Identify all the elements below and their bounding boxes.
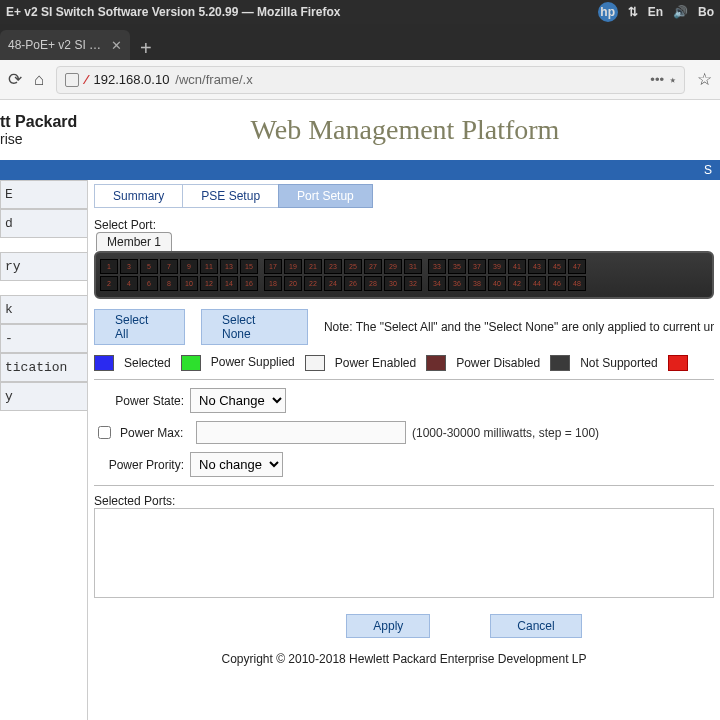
- port-47[interactable]: 47: [568, 259, 586, 274]
- divider: [94, 379, 714, 380]
- row-power-priority: Power Prority: No change: [94, 452, 714, 477]
- port-20[interactable]: 20: [284, 276, 302, 291]
- port-19[interactable]: 19: [284, 259, 302, 274]
- power-max-label: Power Max:: [120, 426, 190, 440]
- page-title: Web Management Platform: [90, 114, 720, 146]
- url-more-icon[interactable]: •••: [650, 72, 664, 87]
- port-1[interactable]: 1: [100, 259, 118, 274]
- port-8[interactable]: 8: [160, 276, 178, 291]
- port-18[interactable]: 18: [264, 276, 282, 291]
- port-9[interactable]: 9: [180, 259, 198, 274]
- sidebar-item[interactable]: k: [0, 295, 87, 324]
- port-17[interactable]: 17: [264, 259, 282, 274]
- selected-ports-area: Selected Ports:: [94, 494, 714, 598]
- power-max-input[interactable]: [196, 421, 406, 444]
- port-23[interactable]: 23: [324, 259, 342, 274]
- system-tray: hp ⇅ En 🔊 Bo: [598, 2, 714, 22]
- port-15[interactable]: 15: [240, 259, 258, 274]
- port-26[interactable]: 26: [344, 276, 362, 291]
- reload-icon[interactable]: ⟳: [8, 69, 22, 90]
- row-power-max: Power Max: (1000-30000 milliwatts, step …: [94, 421, 714, 444]
- port-48[interactable]: 48: [568, 276, 586, 291]
- sidebar-item[interactable]: tication: [0, 353, 87, 382]
- hp-icon: hp: [598, 2, 618, 22]
- page: tt Packard rise Web Management Platform …: [0, 100, 720, 720]
- port-34[interactable]: 34: [428, 276, 446, 291]
- close-icon[interactable]: ✕: [111, 38, 122, 53]
- member-tab[interactable]: Member 1: [96, 232, 172, 251]
- port-16[interactable]: 16: [240, 276, 258, 291]
- port-30[interactable]: 30: [384, 276, 402, 291]
- legend-swatch-red: [668, 355, 688, 371]
- port-27[interactable]: 27: [364, 259, 382, 274]
- browser-tab[interactable]: 48-PoE+ v2 SI Sw ✕: [0, 30, 130, 60]
- port-10[interactable]: 10: [180, 276, 198, 291]
- port-44[interactable]: 44: [528, 276, 546, 291]
- select-all-button[interactable]: Select All: [94, 309, 185, 345]
- port-4[interactable]: 4: [120, 276, 138, 291]
- port-42[interactable]: 42: [508, 276, 526, 291]
- port-2[interactable]: 2: [100, 276, 118, 291]
- volume-icon[interactable]: 🔊: [673, 5, 688, 19]
- port-3[interactable]: 3: [120, 259, 138, 274]
- poe-tabs: Summary PSE Setup Port Setup: [94, 184, 720, 208]
- port-32[interactable]: 32: [404, 276, 422, 291]
- tab-pse-setup[interactable]: PSE Setup: [182, 184, 279, 208]
- main: E d ry k - tication y Summary PSE Setup …: [0, 180, 720, 720]
- url-bar[interactable]: ⁄ 192.168.0.10/wcn/frame/.x ••• ⭑: [56, 66, 685, 94]
- port-5[interactable]: 5: [140, 259, 158, 274]
- port-43[interactable]: 43: [528, 259, 546, 274]
- port-22[interactable]: 22: [304, 276, 322, 291]
- sidebar-item[interactable]: E: [0, 180, 87, 209]
- port-33[interactable]: 33: [428, 259, 446, 274]
- port-40[interactable]: 40: [488, 276, 506, 291]
- port-28[interactable]: 28: [364, 276, 382, 291]
- switch-port-panel: 1234567891011121314151617181920212223242…: [94, 251, 714, 299]
- power-max-checkbox[interactable]: [98, 426, 111, 439]
- port-24[interactable]: 24: [324, 276, 342, 291]
- bluebar-right[interactable]: S: [704, 163, 712, 177]
- apply-button[interactable]: Apply: [346, 614, 430, 638]
- sidebar: E d ry k - tication y: [0, 180, 88, 720]
- action-buttons: Apply Cancel: [208, 614, 720, 638]
- port-6[interactable]: 6: [140, 276, 158, 291]
- url-save-icon[interactable]: ⭑: [670, 72, 676, 88]
- power-state-select[interactable]: No Change: [190, 388, 286, 413]
- port-7[interactable]: 7: [160, 259, 178, 274]
- legend-power-supplied: Power Supplied: [211, 356, 295, 369]
- tab-port-setup[interactable]: Port Setup: [278, 184, 373, 208]
- port-38[interactable]: 38: [468, 276, 486, 291]
- port-25[interactable]: 25: [344, 259, 362, 274]
- selected-ports-label: Selected Ports:: [94, 494, 714, 508]
- select-none-button[interactable]: Select None: [201, 309, 308, 345]
- port-37[interactable]: 37: [468, 259, 486, 274]
- bookmark-icon[interactable]: ☆: [697, 69, 712, 90]
- legend-swatch-disabled: [426, 355, 446, 371]
- new-tab-button[interactable]: +: [130, 37, 162, 60]
- legend-swatch-selected: [94, 355, 114, 371]
- sidebar-item[interactable]: y: [0, 382, 87, 411]
- port-45[interactable]: 45: [548, 259, 566, 274]
- home-icon[interactable]: ⌂: [34, 70, 44, 90]
- port-13[interactable]: 13: [220, 259, 238, 274]
- shield-icon: [65, 73, 79, 87]
- tab-summary[interactable]: Summary: [94, 184, 183, 208]
- port-39[interactable]: 39: [488, 259, 506, 274]
- port-31[interactable]: 31: [404, 259, 422, 274]
- divider: [94, 485, 714, 486]
- sidebar-item[interactable]: -: [0, 324, 87, 353]
- sidebar-item[interactable]: d: [0, 209, 87, 238]
- port-14[interactable]: 14: [220, 276, 238, 291]
- power-priority-select[interactable]: No change: [190, 452, 283, 477]
- port-35[interactable]: 35: [448, 259, 466, 274]
- port-46[interactable]: 46: [548, 276, 566, 291]
- sidebar-item[interactable]: ry: [0, 252, 87, 281]
- port-11[interactable]: 11: [200, 259, 218, 274]
- port-36[interactable]: 36: [448, 276, 466, 291]
- port-21[interactable]: 21: [304, 259, 322, 274]
- port-29[interactable]: 29: [384, 259, 402, 274]
- port-41[interactable]: 41: [508, 259, 526, 274]
- port-12[interactable]: 12: [200, 276, 218, 291]
- cancel-button[interactable]: Cancel: [490, 614, 581, 638]
- lang-indicator[interactable]: En: [648, 5, 663, 19]
